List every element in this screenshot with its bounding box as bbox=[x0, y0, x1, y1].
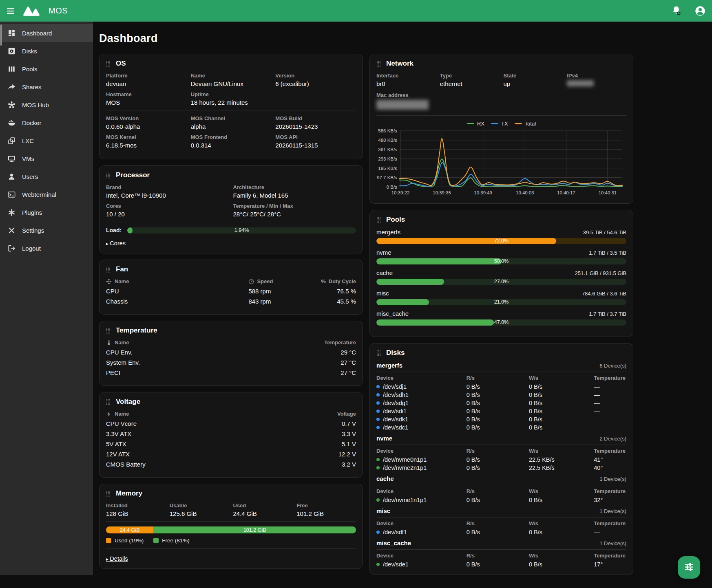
device-temperature: — bbox=[594, 383, 626, 390]
column-header: Temperature bbox=[594, 448, 626, 454]
drag-handle-icon[interactable] bbox=[376, 350, 381, 356]
fan-table: NameSpeed%Duty CycleCPU588 rpm76.5 %Chas… bbox=[106, 278, 356, 305]
field-used: Used24.4 GiB bbox=[233, 502, 293, 517]
drag-handle-icon[interactable] bbox=[106, 328, 111, 334]
sidebar-scrollbar[interactable] bbox=[0, 24, 2, 46]
disk-section-mergerfs: mergerfs6 Device(s)DeviceR/sW/sTemperatu… bbox=[376, 362, 626, 432]
disk-section-misc: misc1 Device(s)DeviceR/sW/sTemperature/d… bbox=[376, 507, 626, 536]
sidebar-item-lxc[interactable]: LXC bbox=[0, 132, 93, 150]
sidebar-item-webterminal[interactable]: Webterminal bbox=[0, 185, 93, 203]
pool-percent: 21.0% bbox=[376, 299, 626, 305]
table-cell: 588 rpm bbox=[248, 288, 308, 295]
main-layout: DashboardDisksPoolsSharesMOS HubDockerLX… bbox=[0, 22, 712, 575]
column-header: Name bbox=[106, 339, 324, 346]
svg-text:195 KB/s: 195 KB/s bbox=[378, 166, 397, 171]
sidebar-item-disks[interactable]: Disks bbox=[0, 42, 93, 60]
chart-legend: RXTXTotal bbox=[376, 121, 626, 127]
device-count: 1 Device(s) bbox=[599, 508, 626, 514]
card-title: OS bbox=[116, 59, 126, 68]
sidebar-item-dashboard[interactable]: Dashboard bbox=[0, 24, 93, 42]
card-memory: Memory Installed128 GiBUsable125.6 GiBUs… bbox=[99, 484, 363, 569]
table-cell: 27 °C bbox=[341, 369, 356, 376]
read-rate: 0 B/s bbox=[467, 497, 529, 503]
drag-handle-icon[interactable] bbox=[106, 399, 111, 405]
sidebar-item-pools[interactable]: Pools bbox=[0, 60, 93, 78]
menu-icon[interactable] bbox=[6, 7, 15, 15]
table-cell: 843 rpm bbox=[248, 298, 308, 305]
read-rate: 0 B/s bbox=[467, 529, 529, 535]
sidebar-menu: DashboardDisksPoolsSharesMOS HubDockerLX… bbox=[0, 24, 93, 257]
field-installed: Installed128 GiB bbox=[106, 502, 166, 517]
field-label: MOS Frontend bbox=[191, 134, 272, 140]
column-header: W/s bbox=[529, 448, 594, 454]
field-usable: Usable125.6 GiB bbox=[170, 502, 229, 517]
pool-nvme: nvme1.7 TiB / 3.5 TiB50.0% bbox=[376, 249, 626, 264]
details-link[interactable]: Details bbox=[106, 555, 128, 562]
table-cell: 3.3V ATX bbox=[106, 430, 342, 437]
drag-handle-icon[interactable] bbox=[106, 266, 111, 273]
device-name: /dev/sde1 bbox=[376, 561, 467, 568]
drag-handle-icon[interactable] bbox=[106, 491, 111, 497]
device-status-dot bbox=[376, 385, 380, 388]
memory-usage-bar: 24.4 GiB 101.2 GiB bbox=[106, 526, 356, 533]
field-mos-kernel: MOS Kernel6.18.5-mos bbox=[106, 134, 187, 149]
table-cell: System Env. bbox=[106, 359, 341, 366]
device-temperature: — bbox=[594, 400, 626, 406]
account-icon[interactable] bbox=[694, 5, 706, 17]
disk-row: /dev/sdk10 B/s0 B/s— bbox=[376, 415, 626, 423]
table-cell: CPU bbox=[106, 288, 248, 295]
disk-table-header: DeviceR/sW/sTemperature bbox=[376, 551, 626, 560]
sidebar: DashboardDisksPoolsSharesMOS HubDockerLX… bbox=[0, 22, 93, 575]
users-icon bbox=[7, 172, 15, 181]
pool-capacity: 39.5 TiB / 54.6 TiB bbox=[583, 229, 626, 236]
legend-free-label: Free (81%) bbox=[162, 537, 190, 544]
table-cell: 45.5 % bbox=[309, 298, 356, 305]
cores-link[interactable]: Cores bbox=[106, 240, 126, 247]
device-name: /dev/nvme1n1p1 bbox=[376, 497, 467, 503]
sidebar-item-vms[interactable]: VMs bbox=[0, 150, 93, 167]
sidebar-item-settings[interactable]: Settings bbox=[0, 221, 93, 239]
sidebar-item-plugins[interactable]: Plugins bbox=[0, 203, 93, 221]
read-rate: 0 B/s bbox=[467, 416, 529, 423]
fab-settings-button[interactable] bbox=[678, 556, 700, 579]
field-value: 20260115-1315 bbox=[275, 142, 356, 149]
field-value: 128 GiB bbox=[106, 510, 166, 517]
field-value: devuan bbox=[106, 80, 187, 87]
column-header: Device bbox=[376, 375, 467, 381]
table-header: NameVoltage bbox=[106, 411, 356, 417]
pool-usage-bar: 50.0% bbox=[376, 258, 626, 264]
sidebar-item-mos-hub[interactable]: MOS Hub bbox=[0, 96, 93, 114]
pool-percent: 47.0% bbox=[376, 319, 626, 326]
table-row: System Env.27 °C bbox=[106, 359, 356, 366]
sidebar-item-docker[interactable]: Docker bbox=[0, 114, 93, 132]
plugins-icon bbox=[7, 208, 15, 216]
write-rate: 0 B/s bbox=[529, 497, 594, 503]
card-pools: Pools mergerfs39.5 TiB / 54.6 TiB72.0%nv… bbox=[369, 210, 633, 337]
field-label: Free bbox=[296, 502, 356, 509]
drag-handle-icon[interactable] bbox=[106, 172, 111, 178]
device-temperature: 17° bbox=[594, 561, 626, 568]
bell-icon[interactable] bbox=[671, 5, 682, 16]
pool-usage-bar: 47.0% bbox=[376, 319, 626, 326]
column-header: W/s bbox=[529, 488, 594, 494]
svg-text:0 B/s: 0 B/s bbox=[387, 185, 397, 189]
field-value: 24.4 GiB bbox=[233, 510, 293, 517]
drag-handle-icon[interactable] bbox=[376, 217, 381, 223]
column-header: W/s bbox=[529, 520, 594, 526]
column-header: Device bbox=[376, 488, 467, 494]
drag-handle-icon[interactable] bbox=[106, 61, 111, 67]
device-temperature: — bbox=[594, 392, 626, 398]
field-state: Stateup bbox=[504, 73, 563, 88]
pool-capacity: 1.7 TiB / 3.7 TiB bbox=[589, 311, 626, 317]
device-status-dot bbox=[376, 466, 380, 469]
card-fan: Fan NameSpeed%Duty CycleCPU588 rpm76.5 %… bbox=[99, 260, 363, 315]
svg-text:391 KB/s: 391 KB/s bbox=[378, 147, 397, 152]
write-rate: 0 B/s bbox=[529, 416, 594, 423]
sidebar-item-users[interactable]: Users bbox=[0, 167, 93, 185]
sidebar-item-label: Users bbox=[22, 173, 38, 180]
sidebar-item-logout[interactable]: Logout bbox=[0, 239, 93, 257]
sidebar-item-shares[interactable]: Shares bbox=[0, 78, 93, 96]
drag-handle-icon[interactable] bbox=[376, 61, 381, 67]
table-cell: 5V ATX bbox=[106, 440, 342, 447]
field-label: MOS Version bbox=[106, 115, 187, 121]
